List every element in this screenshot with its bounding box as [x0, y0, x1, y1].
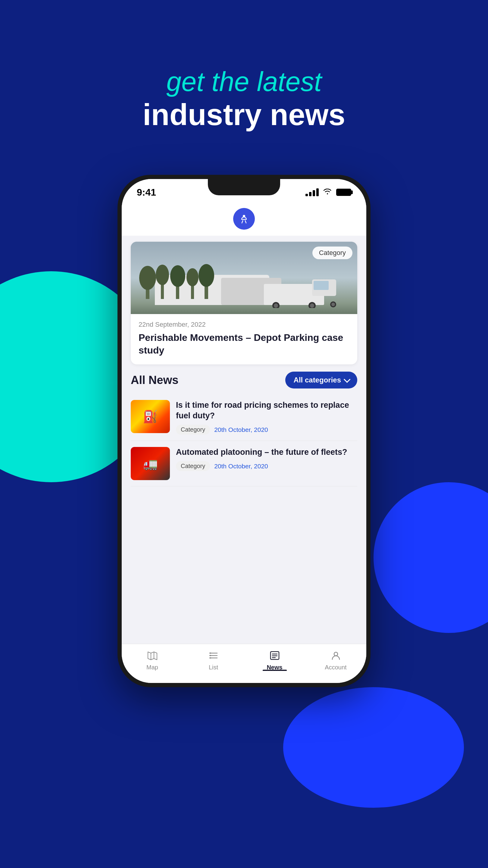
news-list-item[interactable]: Automated platooning – the future of fle…	[131, 441, 357, 487]
phone-notch	[208, 179, 280, 195]
phone-mockup: 9:41	[118, 175, 370, 687]
list-icon	[207, 649, 220, 662]
all-news-header: All News All categories	[131, 372, 357, 389]
nav-label-account: Account	[325, 664, 347, 671]
bg-decoration-blue-bottom	[283, 687, 464, 808]
news-item-content: Is it time for road pricing schemes to r…	[176, 400, 357, 435]
news-thumbnail	[131, 447, 170, 480]
featured-card-body: 22nd September, 2022 Perishable Movement…	[131, 314, 357, 364]
featured-article-card[interactable]: Category 22nd September, 2022 Perishable…	[131, 242, 357, 364]
news-category-tag: Category	[176, 425, 210, 435]
svg-point-3	[139, 266, 156, 290]
hero-line2: industry news	[0, 97, 488, 132]
scroll-content: Category 22nd September, 2022 Perishable…	[122, 236, 366, 683]
featured-article-title: Perishable Movements – Depot Parking cas…	[138, 332, 350, 356]
news-date: 20th October, 2020	[214, 463, 268, 470]
battery-icon	[336, 189, 351, 196]
wifi-icon	[323, 188, 332, 197]
svg-point-11	[198, 264, 214, 287]
status-icons	[305, 188, 351, 197]
chevron-down-icon	[344, 376, 351, 383]
news-item-meta: Category 20th October, 2020	[176, 425, 357, 435]
nav-item-list[interactable]: List	[183, 649, 244, 671]
svg-point-31	[334, 652, 338, 656]
signal-icon	[305, 188, 319, 196]
nav-item-news[interactable]: News	[244, 649, 305, 671]
bg-decoration-blue-right	[373, 482, 488, 633]
svg-point-0	[238, 213, 250, 225]
news-item-meta: Category 20th October, 2020	[176, 461, 357, 471]
svg-point-5	[156, 265, 169, 285]
news-item-title: Automated platooning – the future of fle…	[176, 447, 357, 458]
news-icon	[268, 649, 281, 662]
nav-item-account[interactable]: Account	[305, 649, 366, 671]
hero-line1: get the latest	[0, 66, 488, 97]
hero-section: get the latest industry news	[0, 66, 488, 132]
all-news-section: All News All categories	[122, 372, 366, 487]
svg-point-9	[187, 268, 198, 286]
nav-item-map[interactable]: Map	[122, 649, 183, 671]
phone-screen: Category 22nd September, 2022 Perishable…	[122, 201, 366, 683]
svg-rect-14	[314, 281, 329, 290]
featured-article-date: 22nd September, 2022	[138, 321, 350, 329]
svg-point-7	[170, 265, 185, 287]
news-list-item[interactable]: Is it time for road pricing schemes to r…	[131, 394, 357, 441]
account-icon	[329, 649, 343, 662]
news-thumbnail	[131, 400, 170, 433]
svg-point-18	[310, 304, 314, 308]
all-news-title: All News	[131, 374, 178, 387]
map-icon	[146, 649, 159, 662]
truck-thumbnail-image	[131, 447, 170, 480]
featured-category-badge: Category	[313, 247, 352, 259]
nav-label-list: List	[209, 664, 218, 671]
status-time: 9:41	[137, 187, 156, 198]
app-logo	[233, 208, 255, 230]
phone-inner: 9:41	[122, 179, 366, 683]
featured-image: Category	[131, 242, 357, 314]
bottom-navigation: Map List	[122, 644, 366, 683]
svg-point-20	[331, 303, 335, 306]
svg-point-16	[274, 304, 278, 308]
fuel-thumbnail-image	[131, 400, 170, 433]
phone-outer: 9:41	[118, 175, 370, 687]
news-category-tag: Category	[176, 461, 210, 471]
news-date: 20th October, 2020	[214, 426, 268, 433]
app-header	[122, 201, 366, 236]
nav-active-indicator	[263, 670, 287, 671]
news-item-title: Is it time for road pricing schemes to r…	[176, 400, 357, 421]
news-item-content: Automated platooning – the future of fle…	[176, 447, 357, 471]
categories-filter-button[interactable]: All categories	[285, 372, 357, 389]
nav-label-map: Map	[147, 664, 158, 671]
